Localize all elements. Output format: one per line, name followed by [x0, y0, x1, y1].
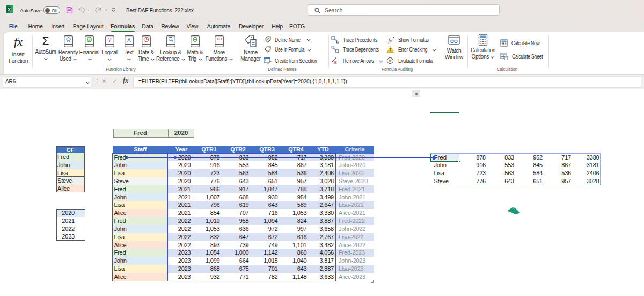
svg-text:A: A [127, 37, 131, 44]
svg-text:fx: fx [389, 38, 393, 44]
svg-text:?: ? [108, 37, 111, 43]
svg-text:fx: fx [267, 48, 270, 53]
svg-text:fx: fx [389, 59, 392, 63]
svg-text:X: X [8, 6, 11, 12]
